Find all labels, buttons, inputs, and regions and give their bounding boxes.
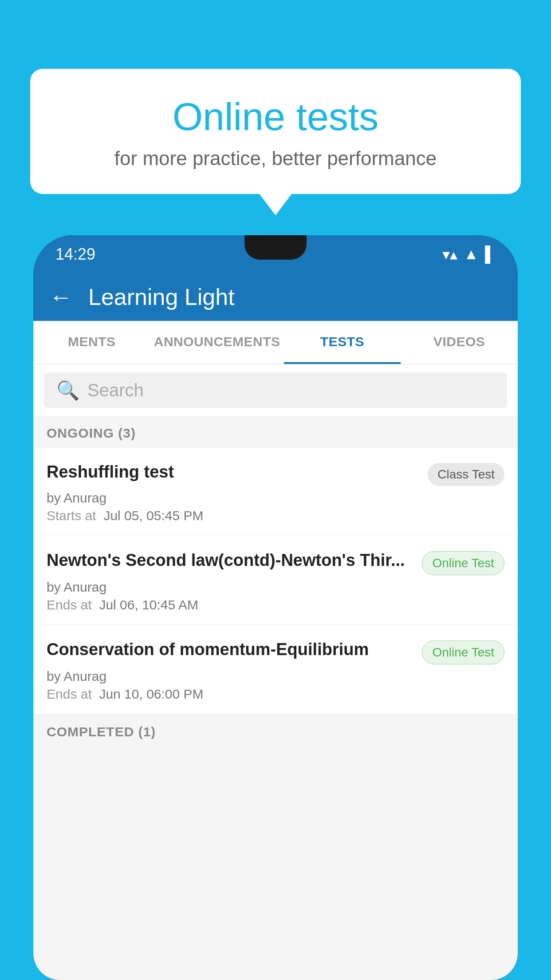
test-author-newtons: by Anurag	[47, 580, 504, 595]
speech-bubble: Online tests for more practice, better p…	[30, 69, 521, 194]
search-icon: 🔍	[56, 379, 79, 401]
date-label-conservation: Ends at	[47, 687, 92, 701]
app-title: Learning Light	[88, 284, 235, 310]
date-label-newtons: Ends at	[47, 597, 92, 612]
status-bar: 14:29 ▾▴ ▲ ▌	[33, 235, 518, 273]
app-header: ← Learning Light	[33, 273, 518, 321]
test-card-conservation[interactable]: Conservation of momentum-Equilibrium Onl…	[33, 625, 518, 715]
status-icons: ▾▴ ▲ ▌	[442, 245, 496, 263]
date-label-reshuffling: Starts at	[47, 508, 96, 523]
section-label-completed: COMPLETED (1)	[47, 724, 156, 739]
bubble-title: Online tests	[52, 95, 499, 138]
test-name-conservation: Conservation of momentum-Equilibrium	[47, 639, 415, 660]
section-header-ongoing: ONGOING (3)	[33, 416, 518, 448]
back-button[interactable]: ←	[49, 284, 72, 310]
status-time: 14:29	[55, 245, 95, 264]
search-bar[interactable]: 🔍 Search	[44, 372, 507, 408]
phone-frame: 14:29 ▾▴ ▲ ▌ ← Learning Light MENTS ANNO…	[33, 235, 518, 980]
test-author-reshuffling: by Anurag	[47, 490, 504, 506]
test-card-header-newtons: Newton's Second law(contd)-Newton's Thir…	[47, 549, 504, 575]
section-label-ongoing: ONGOING (3)	[47, 426, 136, 440]
tabs-bar: MENTS ANNOUNCEMENTS TESTS VIDEOS	[33, 321, 518, 364]
date-value-conservation: Jun 10, 06:00 PM	[99, 687, 203, 701]
phone-content: 🔍 Search ONGOING (3) Reshuffling test Cl…	[33, 364, 518, 980]
test-card-newtons[interactable]: Newton's Second law(contd)-Newton's Thir…	[33, 536, 518, 625]
test-date-conservation: Ends at Jun 10, 06:00 PM	[47, 687, 504, 702]
test-name-newtons: Newton's Second law(contd)-Newton's Thir…	[47, 549, 415, 571]
date-value-reshuffling: Jul 05, 05:45 PM	[103, 508, 203, 523]
speech-bubble-container: Online tests for more practice, better p…	[30, 69, 521, 194]
test-date-newtons: Ends at Jul 06, 10:45 AM	[47, 597, 504, 612]
tab-videos[interactable]: VIDEOS	[401, 321, 518, 364]
test-card-header: Reshuffling test Class Test	[47, 461, 504, 486]
test-date-reshuffling: Starts at Jul 05, 05:45 PM	[47, 508, 504, 523]
test-card-reshuffling[interactable]: Reshuffling test Class Test by Anurag St…	[33, 448, 518, 536]
tab-ments[interactable]: MENTS	[33, 321, 150, 364]
notch	[244, 235, 307, 260]
badge-class-test: Class Test	[428, 463, 504, 486]
section-header-completed: COMPLETED (1)	[33, 715, 518, 747]
test-card-header-conservation: Conservation of momentum-Equilibrium Onl…	[47, 639, 504, 664]
search-placeholder: Search	[87, 380, 144, 400]
bubble-subtitle: for more practice, better performance	[52, 147, 499, 170]
badge-online-newtons: Online Test	[422, 551, 504, 575]
signal-icon: ▲	[464, 245, 479, 263]
tab-tests[interactable]: TESTS	[284, 321, 401, 364]
test-author-conservation: by Anurag	[47, 669, 504, 684]
wifi-icon: ▾▴	[442, 245, 457, 263]
test-name-reshuffling: Reshuffling test	[47, 461, 421, 483]
search-bar-container: 🔍 Search	[33, 364, 518, 416]
battery-icon: ▌	[485, 245, 496, 263]
date-value-newtons: Jul 06, 10:45 AM	[99, 597, 198, 612]
tab-announcements[interactable]: ANNOUNCEMENTS	[150, 321, 284, 364]
badge-online-conservation: Online Test	[422, 640, 504, 664]
